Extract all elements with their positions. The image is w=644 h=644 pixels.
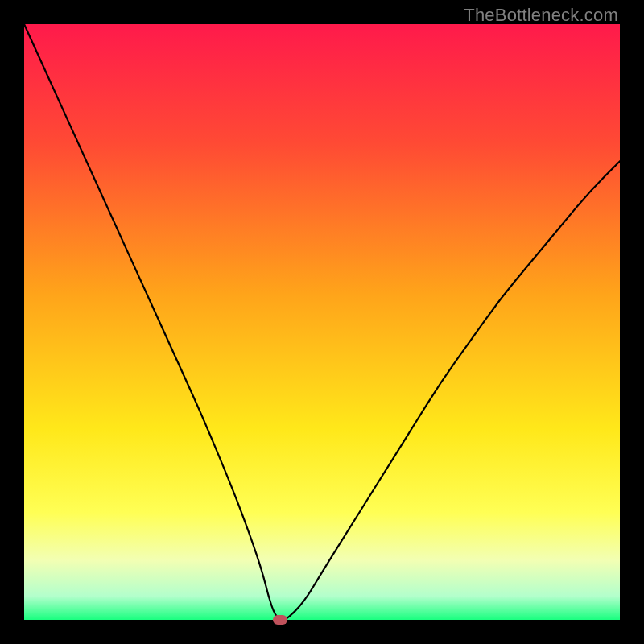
curve-svg [24,24,620,620]
plot-area [24,24,620,620]
watermark-text: TheBottleneck.com [464,5,618,26]
optimal-point-marker [273,615,287,625]
chart-frame: TheBottleneck.com [0,0,644,644]
bottleneck-curve [24,24,620,620]
